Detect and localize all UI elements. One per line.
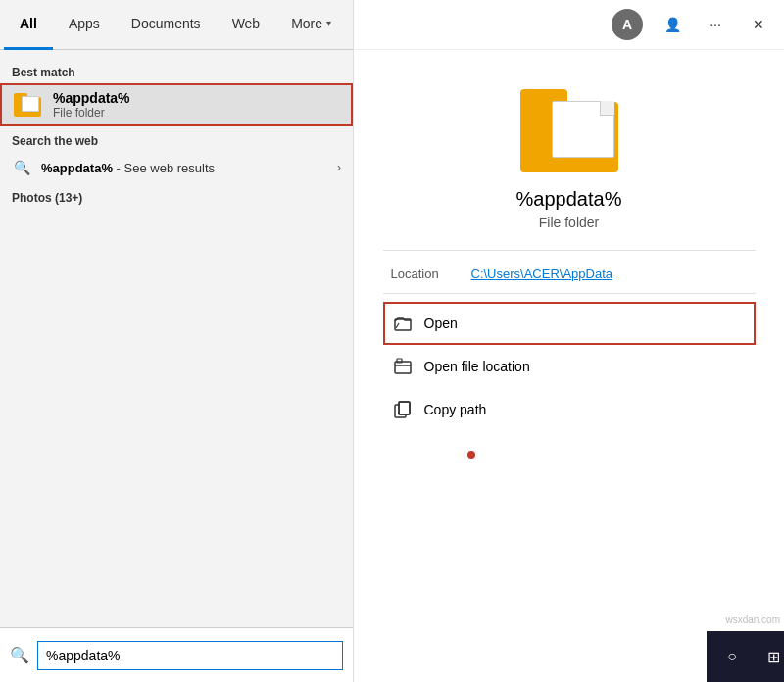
folder-paper [22,96,39,112]
web-search-label: Search the web [0,126,353,152]
close-button[interactable]: ✕ [745,11,772,38]
result-text: %appdata% File folder [53,90,130,120]
svg-rect-4 [399,402,410,414]
ellipsis-icon: ··· [710,17,721,32]
detail-header: A 👤 ··· ✕ [354,0,784,50]
search-box-container: 🔍 [0,627,353,682]
best-match-item[interactable]: %appdata% File folder [0,83,353,126]
result-title: %appdata% [53,90,130,106]
taskbar-search-btn[interactable]: ○ [714,639,750,674]
copy-path-icon [393,400,413,419]
open-action[interactable]: Open [383,302,756,345]
detail-divider-2 [383,293,756,294]
more-options-btn[interactable]: ··· [702,11,729,38]
person-icon-btn[interactable]: 👤 [659,11,686,38]
taskbar-search-icon: ○ [727,648,737,665]
avatar[interactable]: A [612,9,643,40]
best-match-label: Best match [0,58,353,83]
result-subtitle: File folder [53,106,130,120]
copy-path-label: Copy path [424,402,487,417]
detail-title: %appdata% [516,188,622,211]
folder-icon-small-wrapper [12,89,43,121]
web-search-suffix: - See web results [117,161,215,175]
red-dot-indicator [467,451,475,459]
tab-apps[interactable]: Apps [53,0,116,50]
search-panel: All Apps Documents Web More ▾ Best match [0,0,353,682]
chevron-down-icon: ▾ [326,18,331,28]
svg-rect-1 [395,362,411,373]
tab-documents[interactable]: Documents [116,0,217,50]
open-file-location-action[interactable]: Open file location [383,345,756,388]
web-search-text: %appdata% - See web results [41,161,327,175]
search-box-icon: 🔍 [10,646,29,664]
person-icon: 👤 [664,17,681,32]
detail-divider-1 [383,250,756,251]
tab-web[interactable]: Web [217,0,276,50]
open-label: Open [424,316,458,331]
taskbar-taskview-icon: ⊞ [767,648,780,666]
watermark: wsxdan.com [725,614,780,625]
open-icon [393,314,413,333]
detail-subtitle: File folder [539,215,599,230]
detail-location-row: Location C:\Users\ACER\AppData [383,263,756,285]
search-results: Best match %appdata% File folder Search … [0,50,353,627]
photos-section-label: Photos (13+) [0,183,353,209]
tab-more[interactable]: More ▾ [275,0,347,50]
web-search-item[interactable]: 🔍 %appdata% - See web results › [0,152,353,183]
folder-icon-small [14,93,41,117]
detail-folder-icon [520,89,618,172]
location-value[interactable]: C:\Users\ACER\AppData [471,267,613,281]
location-label: Location [391,267,460,281]
search-icon: 🔍 [12,158,31,177]
close-icon: ✕ [753,17,764,32]
open-file-location-label: Open file location [424,359,530,374]
tabs-bar: All Apps Documents Web More ▾ [0,0,353,50]
copy-path-action[interactable]: Copy path [383,388,756,431]
detail-panel: A 👤 ··· ✕ %appdata% File folder Location… [353,0,784,682]
detail-content: %appdata% File folder Location C:\Users\… [354,50,784,682]
taskbar-taskview-btn[interactable]: ⊞ [756,639,784,674]
detail-folder-paper [552,101,614,158]
taskbar: ○ ⊞ 📁 🛍 ✉ 🌊 🛒 🎮 🌐 [707,631,784,682]
action-list: Open Open file location [383,302,756,431]
arrow-right-icon: › [337,161,341,174]
search-input[interactable] [37,641,343,670]
tab-all[interactable]: All [4,0,53,50]
open-file-location-icon [393,357,413,376]
